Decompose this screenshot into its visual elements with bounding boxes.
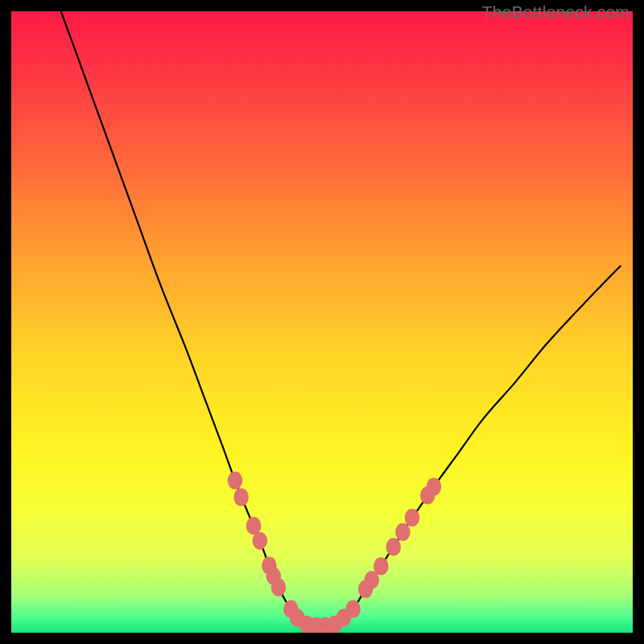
bottleneck-curve bbox=[61, 11, 621, 626]
curve-marker bbox=[386, 538, 402, 555]
curve-marker bbox=[228, 472, 243, 489]
curve-marker bbox=[374, 557, 389, 575]
curve-marker bbox=[427, 477, 442, 495]
chart-stage: TheBottleneck.com bbox=[0, 0, 644, 644]
curve-marker bbox=[395, 523, 411, 541]
curve-marker bbox=[233, 489, 249, 506]
curve-layer bbox=[11, 11, 633, 633]
watermark-text: TheBottleneck.com bbox=[482, 2, 630, 22]
curve-markers bbox=[228, 472, 442, 633]
curve-marker bbox=[405, 509, 420, 526]
plot-area bbox=[11, 11, 633, 633]
curve-marker bbox=[271, 579, 287, 597]
curve-marker bbox=[345, 601, 361, 618]
curve-marker bbox=[253, 532, 268, 550]
